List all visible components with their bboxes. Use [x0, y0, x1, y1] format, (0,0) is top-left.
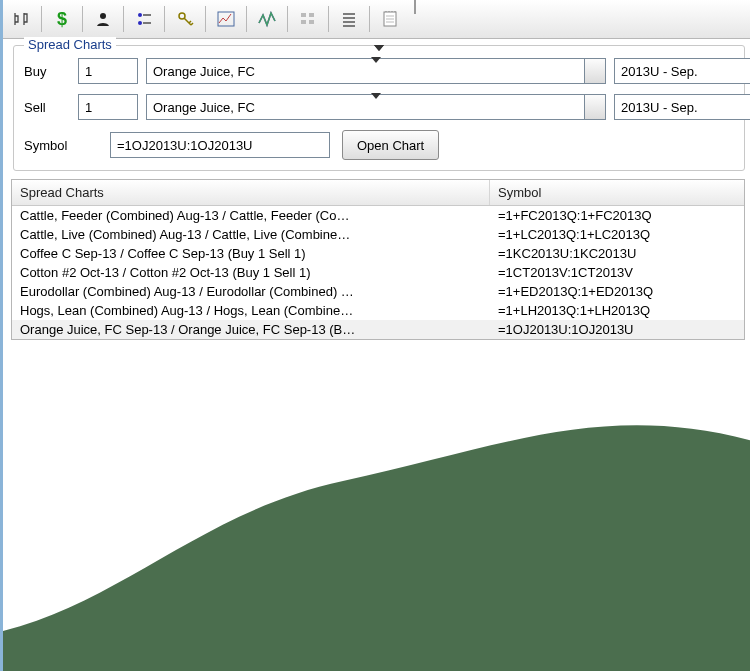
buy-month-input[interactable] [614, 58, 750, 84]
candlestick-icon[interactable] [7, 5, 35, 33]
buy-label: Buy [24, 64, 70, 79]
svg-rect-10 [301, 20, 306, 24]
profile-icon[interactable] [89, 5, 117, 33]
svg-rect-5 [143, 22, 151, 24]
table-row[interactable]: Eurodollar (Combined) Aug-13 / Eurodolla… [12, 282, 744, 301]
dollar-icon[interactable]: $ [48, 5, 76, 33]
toolbar: $ [3, 0, 750, 39]
separator [369, 6, 370, 32]
separator [205, 6, 206, 32]
sell-month-input[interactable] [614, 94, 750, 120]
separator [246, 6, 247, 32]
cell-symbol: =1+FC2013Q:1+FC2013Q [490, 207, 744, 224]
svg-rect-3 [143, 14, 151, 16]
svg-text:$: $ [57, 9, 67, 29]
symbol-input[interactable] [110, 132, 330, 158]
open-chart-button[interactable]: Open Chart [342, 130, 439, 160]
note-icon[interactable] [376, 5, 404, 33]
cell-symbol: =1+ED2013Q:1+ED2013Q [490, 283, 744, 300]
separator [328, 6, 329, 32]
separator [82, 6, 83, 32]
cell-symbol: =1+LH2013Q:1+LH2013Q [490, 302, 744, 319]
svg-rect-8 [301, 13, 306, 17]
sell-instrument-combo[interactable] [146, 94, 606, 120]
cell-name: Eurodollar (Combined) Aug-13 / Eurodolla… [12, 283, 490, 300]
cell-name: Cotton #2 Oct-13 / Cotton #2 Oct-13 (Buy… [12, 264, 490, 281]
table-row[interactable]: Cattle, Feeder (Combined) Aug-13 / Cattl… [12, 206, 744, 225]
buy-instrument-combo[interactable] [146, 58, 606, 84]
grid-icon[interactable] [294, 5, 322, 33]
decorative-hill [3, 371, 750, 671]
table-row[interactable]: Hogs, Lean (Combined) Aug-13 / Hogs, Lea… [12, 301, 744, 320]
group-title: Spread Charts [24, 37, 116, 52]
buy-month-combo[interactable] [614, 58, 734, 84]
cell-symbol: =1OJ2013U:1OJ2013U [490, 321, 744, 338]
sell-month-combo[interactable] [614, 94, 734, 120]
col-spread-charts[interactable]: Spread Charts [12, 180, 490, 205]
separator [164, 6, 165, 32]
separator [287, 6, 288, 32]
table-row[interactable]: Cattle, Live (Combined) Aug-13 / Cattle,… [12, 225, 744, 244]
svg-rect-9 [309, 13, 314, 17]
svg-point-1 [100, 13, 106, 19]
cell-name: Cattle, Feeder (Combined) Aug-13 / Cattl… [12, 207, 490, 224]
cell-name: Orange Juice, FC Sep-13 / Orange Juice, … [12, 321, 490, 338]
col-symbol[interactable]: Symbol [490, 180, 744, 205]
table-row[interactable]: Cotton #2 Oct-13 / Cotton #2 Oct-13 (Buy… [12, 263, 744, 282]
spread-charts-table: Spread Charts Symbol Cattle, Feeder (Com… [11, 179, 745, 340]
table-body: Cattle, Feeder (Combined) Aug-13 / Cattl… [12, 206, 744, 339]
divider [414, 0, 416, 14]
chevron-down-icon[interactable] [584, 58, 606, 84]
svg-point-2 [138, 13, 142, 17]
sell-label: Sell [24, 100, 70, 115]
cell-name: Cattle, Live (Combined) Aug-13 / Cattle,… [12, 226, 490, 243]
sell-row: Sell [24, 94, 734, 120]
cell-symbol: =1+LC2013Q:1+LC2013Q [490, 226, 744, 243]
buy-row: Buy [24, 58, 734, 84]
table-row[interactable]: Orange Juice, FC Sep-13 / Orange Juice, … [12, 320, 744, 339]
svg-point-4 [138, 21, 142, 25]
separator [123, 6, 124, 32]
spread-charts-group: Spread Charts Buy Sell Symbol Open Chart [13, 45, 745, 171]
sell-instrument-input[interactable] [146, 94, 584, 120]
cell-name: Coffee C Sep-13 / Coffee C Sep-13 (Buy 1… [12, 245, 490, 262]
buy-qty-input[interactable] [78, 58, 138, 84]
cell-symbol: =1KC2013U:1KC2013U [490, 245, 744, 262]
cell-name: Hogs, Lean (Combined) Aug-13 / Hogs, Lea… [12, 302, 490, 319]
buy-instrument-input[interactable] [146, 58, 584, 84]
spread-chart-icon[interactable] [212, 5, 240, 33]
sliders-icon[interactable] [130, 5, 158, 33]
cell-symbol: =1CT2013V:1CT2013V [490, 264, 744, 281]
svg-rect-7 [218, 12, 234, 26]
symbol-row: Symbol Open Chart [24, 130, 734, 160]
key-icon[interactable] [171, 5, 199, 33]
sell-qty-input[interactable] [78, 94, 138, 120]
symbol-label: Symbol [24, 138, 98, 153]
svg-rect-11 [309, 20, 314, 24]
separator [41, 6, 42, 32]
waves-icon[interactable] [253, 5, 281, 33]
table-row[interactable]: Coffee C Sep-13 / Coffee C Sep-13 (Buy 1… [12, 244, 744, 263]
list-icon[interactable] [335, 5, 363, 33]
table-header: Spread Charts Symbol [12, 180, 744, 206]
chevron-down-icon[interactable] [584, 94, 606, 120]
app-window: { "group": {"title":"Spread Charts"}, "b… [0, 0, 750, 671]
